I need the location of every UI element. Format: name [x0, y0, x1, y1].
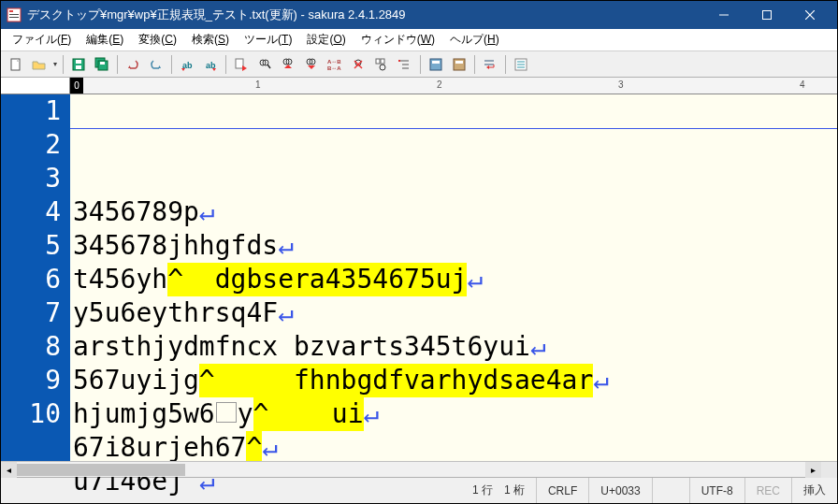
command-list-icon[interactable]: [510, 53, 532, 76]
fullwidth-space-mark: [216, 402, 237, 423]
grep-icon[interactable]: [370, 53, 393, 76]
find-clear-icon[interactable]: [347, 53, 369, 76]
word-left-icon[interactable]: ab: [176, 53, 198, 76]
menu-help[interactable]: ヘルプ(H): [442, 29, 507, 50]
eol-mark: ↵: [278, 296, 294, 330]
jump-icon[interactable]: [230, 53, 253, 76]
minimize-button[interactable]: [702, 1, 745, 29]
search-highlight: ^ ui: [253, 397, 364, 431]
eol-mark: ↵: [278, 229, 294, 263]
svg-rect-44: [398, 60, 400, 62]
open-dropdown[interactable]: ▾: [51, 60, 59, 68]
horizontal-scrollbar[interactable]: ◂ ▸: [1, 461, 837, 477]
ruler: 0 1 2 3 4: [1, 78, 837, 94]
svg-marker-29: [284, 65, 292, 68]
menubar: ファイル(F) 編集(E) 変換(C) 検索(S) ツール(T) 設定(O) ウ…: [1, 29, 837, 51]
find-next-icon[interactable]: [300, 53, 323, 76]
save-all-icon[interactable]: [91, 53, 113, 76]
app-icon: [7, 7, 22, 22]
svg-rect-48: [455, 61, 463, 64]
text-content[interactable]: 3456789p↵345678jhhgfds↵t456yh^ dgbsera43…: [70, 94, 837, 461]
search-highlight: ^: [246, 431, 262, 465]
titlebar: デスクトップ¥mgr¥wp¥正規表現_テスト.txt(更新) - sakura …: [1, 1, 837, 29]
scroll-right-button[interactable]: ▸: [805, 462, 821, 478]
svg-rect-3: [9, 17, 19, 18]
svg-rect-5: [763, 11, 772, 20]
menu-file[interactable]: ファイル(F): [5, 29, 79, 50]
maximize-button[interactable]: [745, 1, 788, 29]
undo-icon[interactable]: [122, 53, 144, 76]
text-line[interactable]: 345678jhhgfds↵: [73, 229, 837, 263]
text-line[interactable]: 567uyijg^ fhnbgdfvarhydsae4ar↵: [73, 364, 837, 397]
svg-rect-38: [376, 59, 380, 64]
search-highlight: ^ fhnbgdfvarhydsae4ar: [199, 364, 593, 397]
replace-icon[interactable]: A↔BB↔A: [324, 53, 346, 76]
scroll-thumb[interactable]: [17, 464, 185, 476]
svg-marker-51: [486, 65, 489, 69]
text-line[interactable]: 3456789p↵: [73, 195, 837, 229]
svg-point-40: [380, 65, 385, 70]
redo-icon[interactable]: [145, 53, 167, 76]
text-line[interactable]: 67i8urjeh67^↵: [73, 431, 837, 465]
save-icon[interactable]: [67, 53, 90, 76]
open-file-icon[interactable]: [28, 53, 51, 76]
svg-rect-15: [100, 62, 105, 65]
text-line[interactable]: 68795irjenbs5678ik.md↵: [73, 498, 837, 504]
text-line[interactable]: t456yh^ dgbsera4354675uj↵: [73, 263, 837, 296]
ruler-caret-col: 0: [70, 78, 83, 94]
svg-text:B↔A: B↔A: [327, 65, 341, 71]
menu-convert[interactable]: 変換(C): [131, 29, 184, 50]
word-right-icon[interactable]: ab: [199, 53, 222, 76]
svg-rect-11: [76, 60, 81, 64]
text-line[interactable]: arsthjydmfncx bzvarts345t6yui↵: [73, 330, 837, 364]
svg-rect-2: [9, 14, 19, 15]
svg-marker-17: [158, 65, 161, 68]
menu-edit[interactable]: 編集(E): [79, 29, 131, 50]
svg-rect-45: [430, 59, 441, 70]
close-button[interactable]: [788, 1, 831, 29]
eol-mark: ↵: [530, 330, 546, 364]
eol-mark: ↵: [364, 397, 380, 431]
toolbar: ▾ ab ab A↔BB↔A: [1, 51, 837, 78]
svg-line-26: [267, 65, 270, 68]
scroll-left-button[interactable]: ◂: [1, 462, 17, 478]
menu-search[interactable]: 検索(S): [184, 29, 237, 50]
svg-marker-23: [242, 65, 247, 71]
eol-mark: ↵: [467, 263, 483, 296]
svg-text:A↔B: A↔B: [327, 59, 341, 65]
common-settings-icon[interactable]: [448, 53, 470, 76]
new-file-icon[interactable]: [5, 53, 27, 76]
svg-rect-47: [454, 59, 465, 70]
text-line[interactable]: hjumjg5w6y^ ui↵: [73, 397, 837, 431]
wrap-icon[interactable]: [479, 53, 501, 76]
outline-icon[interactable]: [394, 53, 416, 76]
svg-rect-46: [432, 61, 440, 64]
menu-setting[interactable]: 設定(O): [299, 29, 353, 50]
window-title: デスクトップ¥mgr¥wp¥正規表現_テスト.txt(更新) - sakura …: [27, 7, 702, 23]
eol-mark: ↵: [262, 431, 278, 465]
menu-tool[interactable]: ツール(T): [237, 29, 299, 50]
type-settings-icon[interactable]: [425, 53, 447, 76]
line-number-gutter: 12345678910: [1, 94, 70, 461]
svg-rect-22: [236, 59, 243, 68]
svg-rect-12: [76, 65, 81, 69]
find-icon[interactable]: [253, 53, 276, 76]
menu-window[interactable]: ウィンドウ(W): [354, 29, 442, 50]
svg-marker-16: [128, 65, 131, 68]
svg-rect-1: [9, 10, 13, 12]
eol-mark: ↵: [199, 195, 215, 229]
svg-rect-39: [381, 59, 384, 64]
svg-marker-32: [308, 65, 315, 69]
eol-mark: ↵: [404, 498, 420, 504]
search-highlight: ^ dgbsera4354675uj: [167, 263, 467, 296]
eol-mark: ↵: [593, 364, 609, 397]
find-prev-icon[interactable]: [277, 53, 299, 76]
editor-area[interactable]: 12345678910 3456789p↵345678jhhgfds↵t456y…: [1, 94, 837, 461]
text-line[interactable]: y5u6eythrsq4F↵: [73, 296, 837, 330]
